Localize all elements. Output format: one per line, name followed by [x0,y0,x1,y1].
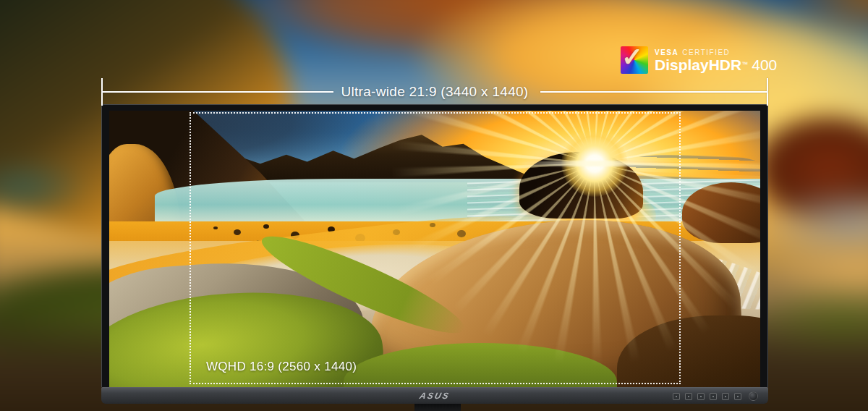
monitor: WQHD 16:9 (2560 x 1440) ASUS [101,104,768,404]
trademark-symbol: ™ [741,61,748,68]
osd-button-icon [710,393,717,400]
displayhdr-badge-text: VESACERTIFIED DisplayHDR™400 [655,46,777,74]
osd-button-icon [685,393,692,400]
ultrawide-resolution-label: Ultra-wide 21:9 (3440 x 1440) [101,84,768,100]
osd-button-icon [697,393,705,400]
osd-controls [673,388,758,404]
osd-button-icon [734,393,741,400]
wqhd-resolution-label: WQHD 16:9 (2560 x 1440) [206,360,357,374]
hdr-tier: 400 [752,56,777,73]
displayhdr-name: DisplayHDR [655,56,741,73]
asus-logo: ASUS [419,391,451,401]
monitor-screen: WQHD 16:9 (2560 x 1440) [109,111,760,387]
wqhd-region-outline: WQHD 16:9 (2560 x 1440) [190,112,681,384]
ultrawide-measurement-bracket: Ultra-wide 21:9 (3440 x 1440) [101,78,768,106]
vesa-label: VESA [655,48,678,56]
promo-banner: WQHD 16:9 (2560 x 1440) ASUS Ultra-wide … [0,0,868,411]
monitor-bottom-bezel: ASUS [101,387,768,404]
certified-label: CERTIFIED [682,48,730,56]
osd-button-icon [673,393,680,400]
displayhdr-checkmark-icon: ✓ [621,46,648,74]
monitor-stand [414,404,461,411]
displayhdr-badge: ✓ VESACERTIFIED DisplayHDR™400 [621,46,777,74]
osd-button-icon [722,393,729,400]
power-button-icon [749,391,758,401]
